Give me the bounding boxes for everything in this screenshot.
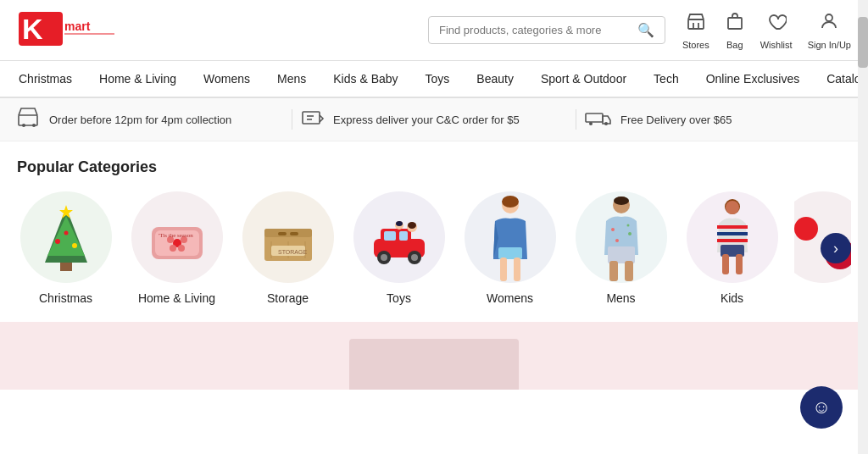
svg-rect-72 — [717, 239, 748, 242]
search-input[interactable] — [439, 24, 637, 36]
category-home-living-label: Home & Living — [138, 291, 215, 305]
category-mens-label: Mens — [606, 291, 635, 305]
svg-point-69 — [726, 201, 739, 214]
svg-rect-20 — [60, 263, 72, 271]
nav-item-beauty[interactable]: Beauty — [475, 60, 515, 97]
svg-text:'Tis the season: 'Tis the season — [159, 232, 193, 239]
svg-point-31 — [178, 245, 185, 252]
category-home-living-image: 'Tis the season — [131, 191, 223, 283]
category-womens[interactable]: Womens — [461, 191, 559, 305]
category-toys-image — [353, 191, 445, 283]
bottom-promo-area — [0, 322, 868, 390]
svg-rect-44 — [384, 231, 396, 241]
nav-item-home-living[interactable]: Home & Living — [97, 60, 178, 97]
chevron-right-icon: › — [833, 240, 838, 257]
category-christmas[interactable]: Christmas — [17, 191, 114, 305]
category-mens-image — [576, 191, 667, 283]
nav-item-online-exclusives[interactable]: Online Exclusives — [704, 60, 802, 97]
svg-rect-7 — [728, 18, 742, 29]
svg-rect-4 — [688, 19, 704, 29]
svg-point-63 — [615, 239, 619, 242]
svg-marker-19 — [47, 216, 85, 256]
category-toys[interactable]: Toys — [350, 191, 448, 305]
category-mens[interactable]: Mens — [572, 191, 670, 305]
nav-item-womens[interactable]: Womens — [202, 60, 252, 97]
svg-point-30 — [170, 245, 176, 252]
info-click-collect-text: Order before 12pm for 4pm collection — [49, 114, 231, 126]
svg-point-64 — [626, 224, 629, 227]
stores-icon — [686, 11, 706, 36]
svg-rect-58 — [514, 257, 520, 281]
express-icon — [301, 107, 325, 132]
category-kids[interactable]: Kids — [683, 191, 781, 305]
nav-item-toys[interactable]: Toys — [424, 60, 452, 97]
svg-rect-71 — [717, 232, 748, 235]
search-bar[interactable]: 🔍 — [428, 16, 665, 44]
bag-icon — [725, 11, 745, 36]
bag-link[interactable]: Bag — [725, 11, 745, 50]
svg-point-76 — [794, 217, 818, 241]
info-bar: Order before 12pm for 4pm collection Exp… — [0, 98, 868, 141]
svg-point-8 — [826, 14, 832, 21]
svg-point-21 — [55, 239, 60, 244]
info-divider-2 — [576, 109, 576, 130]
popular-categories-section: Popular Categories Christmas — [0, 141, 868, 313]
wishlist-link[interactable]: Wishlist — [760, 11, 793, 50]
svg-point-22 — [72, 243, 77, 248]
search-button[interactable]: 🔍 — [637, 22, 654, 38]
svg-rect-74 — [722, 254, 729, 274]
scrollbar[interactable] — [858, 0, 868, 390]
stores-label: Stores — [682, 40, 709, 50]
svg-point-51 — [408, 222, 416, 229]
svg-rect-75 — [736, 254, 743, 274]
stores-link[interactable]: Stores — [682, 11, 709, 50]
svg-rect-57 — [500, 257, 507, 281]
nav-item-sport-outdoor[interactable]: Sport & Outdoor — [539, 60, 628, 97]
svg-rect-70 — [717, 225, 748, 229]
svg-rect-36 — [290, 232, 298, 235]
svg-text:mart: mart — [64, 19, 91, 33]
category-home-living[interactable]: 'Tis the season Home & Living — [128, 191, 225, 305]
svg-point-62 — [628, 232, 632, 235]
info-free-delivery: Free Delivery over $65 — [585, 107, 851, 132]
wishlist-icon — [766, 11, 787, 36]
scrollbar-thumb[interactable] — [858, 17, 868, 68]
svg-rect-34 — [264, 229, 312, 237]
categories-next-button[interactable]: › — [821, 233, 851, 263]
svg-rect-66 — [609, 261, 618, 281]
info-free-delivery-text: Free Delivery over $65 — [620, 114, 732, 126]
svg-rect-56 — [498, 247, 522, 259]
category-storage[interactable]: STORAGE Storage — [239, 191, 337, 305]
svg-point-10 — [22, 124, 25, 127]
signin-icon — [819, 11, 839, 36]
search-icon: 🔍 — [637, 23, 654, 37]
category-christmas-label: Christmas — [39, 291, 92, 305]
signin-link[interactable]: Sign In/Up — [808, 11, 851, 50]
bag-label: Bag — [726, 40, 743, 50]
logo[interactable]: K mart — [17, 8, 119, 53]
category-christmas-image — [20, 191, 112, 283]
info-click-collect: Order before 12pm for 4pm collection — [17, 107, 283, 132]
popular-categories-title: Popular Categories — [17, 158, 851, 176]
svg-point-16 — [589, 122, 593, 125]
nav-item-christmas[interactable]: Christmas — [17, 60, 74, 97]
info-express-text: Express deliver your C&C order for $5 — [333, 114, 520, 126]
svg-point-53 — [396, 221, 403, 226]
svg-text:K: K — [22, 13, 43, 45]
category-kids-image — [687, 191, 778, 283]
category-storage-image: STORAGE — [242, 191, 334, 283]
svg-rect-35 — [278, 232, 287, 235]
category-toys-label: Toys — [387, 291, 411, 305]
nav-item-kids-baby[interactable]: Kids & Baby — [331, 60, 399, 97]
categories-row: Christmas 'Tis the season Home & Livi — [17, 191, 851, 305]
main-nav: Christmas Home & Living Womens Mens Kids… — [0, 61, 868, 98]
svg-text:STORAGE: STORAGE — [278, 249, 307, 255]
svg-point-60 — [614, 197, 629, 205]
nav-item-mens[interactable]: Mens — [275, 60, 308, 97]
header-actions: Stores Bag Wishlist — [682, 11, 851, 50]
svg-rect-67 — [625, 261, 633, 281]
click-collect-icon — [17, 107, 41, 132]
nav-item-tech[interactable]: Tech — [652, 60, 681, 97]
svg-point-11 — [32, 124, 36, 127]
signin-label: Sign In/Up — [808, 40, 851, 50]
